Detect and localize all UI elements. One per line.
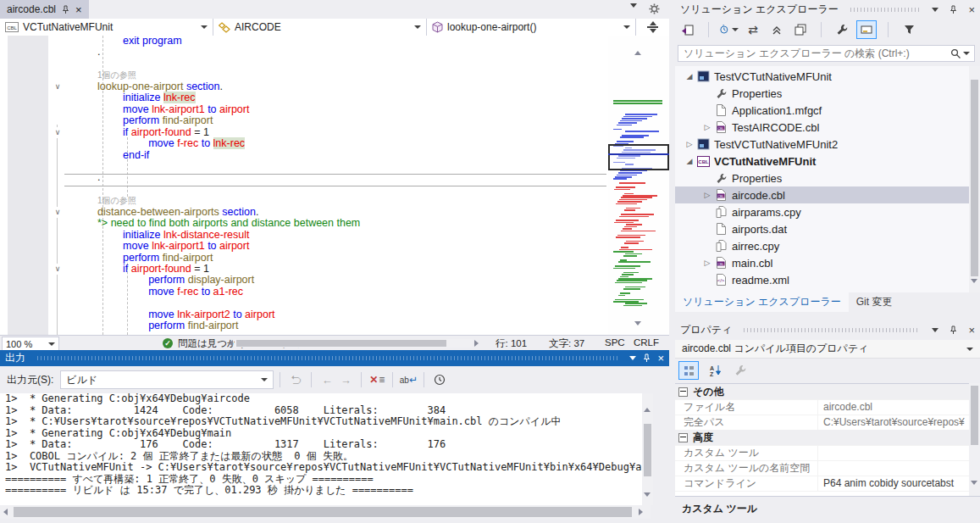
output-horizontal-scrollbar[interactable] [0, 505, 651, 519]
properties-titlebar[interactable]: プロパティ × [675, 320, 980, 339]
property-row[interactable]: ファイル名aircode.cbl [675, 399, 971, 415]
tab-git-changes[interactable]: Git 変更 [849, 292, 900, 312]
eol-indicator[interactable]: CRLF [634, 337, 659, 348]
properties-grid[interactable]: その他ファイル名aircode.cbl完全パスC:¥Users¥tarot¥so… [675, 383, 980, 497]
line-indicator[interactable]: 行: 101 [496, 337, 527, 350]
scroll-right-icon[interactable] [639, 509, 643, 515]
close-icon[interactable]: × [968, 325, 975, 336]
tree-item-testvctutnativemfunit[interactable]: ◢TestVCTutNativeMFUnit [675, 68, 979, 85]
pin-icon[interactable] [62, 5, 69, 14]
previous-message-icon[interactable]: ← [318, 370, 336, 389]
goto-message-icon[interactable]: ⮌ [286, 370, 305, 389]
code-line[interactable]: move f-rec to lnk-rec [97, 138, 245, 150]
pin-icon[interactable] [950, 325, 957, 335]
scrollbar-thumb[interactable] [14, 507, 632, 517]
window-position-icon[interactable] [932, 328, 938, 332]
panel-splitter[interactable] [669, 0, 675, 523]
tree-vertical-scrollbar[interactable] [969, 66, 980, 292]
scrollbar-thumb[interactable] [971, 80, 978, 276]
zoom-dropdown[interactable]: 100 % [2, 337, 59, 351]
alphabetical-sort-icon[interactable]: AZ [706, 361, 724, 380]
tree-item-airparams-cpy[interactable]: airparams.cpy [675, 203, 980, 220]
property-value[interactable]: aircode.cbl [817, 399, 971, 415]
property-row[interactable]: カスタム ツールの名前空間 [675, 460, 971, 476]
scrollbar-thumb[interactable] [236, 340, 446, 347]
switch-views-icon[interactable] [678, 20, 697, 39]
expander-open-icon[interactable]: ◢ [684, 72, 695, 81]
fold-collapse-icon[interactable]: ∨ [52, 207, 64, 218]
tree-item-vctutnativemfunit[interactable]: ◢CBLVCTutNativeMFUnit [675, 153, 979, 170]
preview-selected-items-icon[interactable] [856, 20, 877, 39]
scroll-left-icon[interactable] [229, 340, 233, 347]
scroll-right-icon[interactable] [474, 340, 479, 347]
fold-collapse-icon[interactable]: ∨ [52, 81, 64, 92]
scroll-down-icon[interactable] [634, 325, 641, 335]
collapse-all-icon[interactable] [767, 20, 786, 39]
project-scope-dropdown[interactable]: CBL VCTutNativeMFUnit [0, 19, 213, 36]
window-position-icon[interactable] [932, 8, 938, 12]
scroll-up-icon[interactable] [644, 396, 651, 408]
clear-all-icon[interactable]: ✕≡ [368, 370, 386, 389]
split-window-handle[interactable] [636, 19, 669, 36]
health-check-icon[interactable]: ✓ [163, 338, 173, 348]
member-dropdown[interactable]: lookup-one-airport() [427, 19, 636, 36]
expander-closed-icon[interactable]: ▷ [701, 259, 713, 267]
property-row[interactable]: カスタム ツール [675, 445, 971, 461]
properties-object-dropdown[interactable]: aircode.cbl コンパイル項目のプロパティ [675, 340, 980, 359]
solution-explorer-titlebar[interactable]: ソリューション エクスプローラー × [675, 0, 980, 19]
tab-aircode-cbl[interactable]: aircode.cbl × [0, 0, 89, 19]
close-icon[interactable]: × [968, 4, 975, 15]
document-list-dropdown-icon[interactable] [630, 8, 637, 19]
code-editor[interactable]: exit program.1個の参照lookup-one-airport sec… [0, 36, 669, 335]
solution-search[interactable] [678, 45, 975, 62]
property-value[interactable] [817, 445, 971, 460]
search-icon[interactable] [950, 48, 974, 59]
properties-vertical-scrollbar[interactable] [969, 383, 980, 496]
categorized-icon[interactable] [678, 361, 699, 380]
minimap-viewport[interactable] [608, 144, 669, 170]
scroll-up-icon[interactable] [634, 39, 641, 51]
tree-item-aircode-cbl[interactable]: ▷CBLaircode.cbl [675, 186, 980, 203]
tree-item-main-cbl[interactable]: ▷CBLmain.cbl [675, 254, 980, 271]
tree-item-testvctutnativemfunit2[interactable]: ▷TestVCTutNativeMFUnit2 [675, 136, 979, 153]
sync-with-active-document-icon[interactable]: ⇄ [744, 20, 762, 39]
output-source-dropdown[interactable]: ビルド [60, 370, 274, 389]
scrollbar-thumb[interactable] [971, 386, 978, 445]
tree-item-airrec-cpy[interactable]: airrec.cpy [675, 237, 980, 254]
insert-mode-indicator[interactable]: SPC [605, 337, 625, 348]
filter-icon[interactable] [900, 20, 918, 39]
property-row[interactable]: コマンドラインP64 anim cobidy sourcetabst [675, 476, 971, 492]
tree-item-properties[interactable]: Properties [675, 85, 980, 102]
tree-item-application1-mfgcf[interactable]: Application1.mfgcf [675, 102, 980, 119]
column-indicator[interactable]: 文字: 37 [549, 337, 584, 350]
next-message-icon[interactable]: → [336, 370, 355, 389]
scroll-up-icon[interactable] [971, 69, 977, 81]
fold-collapse-icon[interactable]: ∨ [52, 127, 64, 138]
search-input[interactable] [678, 47, 950, 59]
expander-closed-icon[interactable]: ▷ [701, 123, 713, 131]
collapse-category-icon[interactable] [678, 433, 688, 442]
tree-item-properties[interactable]: Properties [675, 170, 980, 186]
property-value[interactable]: C:¥Users¥tarot¥source¥repos¥ [817, 415, 971, 430]
type-dropdown[interactable]: AIRCODE [213, 19, 427, 36]
tree-item-airports-dat[interactable]: airports.dat [675, 220, 980, 237]
scrollbar-thumb[interactable] [644, 424, 651, 476]
property-category-高度[interactable]: 高度 [675, 430, 974, 446]
code-line[interactable]: perform find-airport [97, 320, 238, 332]
output-log[interactable]: 1> * Generating C:obj¥x64¥Debug¥aircode1… [0, 393, 647, 505]
property-category-その他[interactable]: その他 [675, 384, 974, 400]
close-icon[interactable]: × [657, 353, 664, 364]
pin-icon[interactable] [950, 5, 957, 14]
property-pages-wrench-icon[interactable] [731, 361, 750, 380]
pin-icon[interactable] [643, 353, 651, 363]
properties-pages-icon[interactable] [791, 20, 810, 39]
pending-changes-filter-icon[interactable] [720, 20, 739, 39]
output-vertical-scrollbar[interactable] [642, 393, 653, 505]
word-wrap-icon[interactable]: ab↵ [399, 370, 418, 389]
properties-wrench-icon[interactable] [833, 20, 851, 39]
timestamp-icon[interactable] [430, 370, 449, 389]
property-value[interactable]: P64 anim cobidy sourcetabst [817, 476, 971, 491]
tree-item-testaircode-cbl[interactable]: ▷CBLTestAIRCODE.cbl [675, 119, 980, 136]
scroll-down-icon[interactable] [971, 485, 977, 497]
output-panel-titlebar[interactable]: 出力 × [0, 350, 669, 366]
